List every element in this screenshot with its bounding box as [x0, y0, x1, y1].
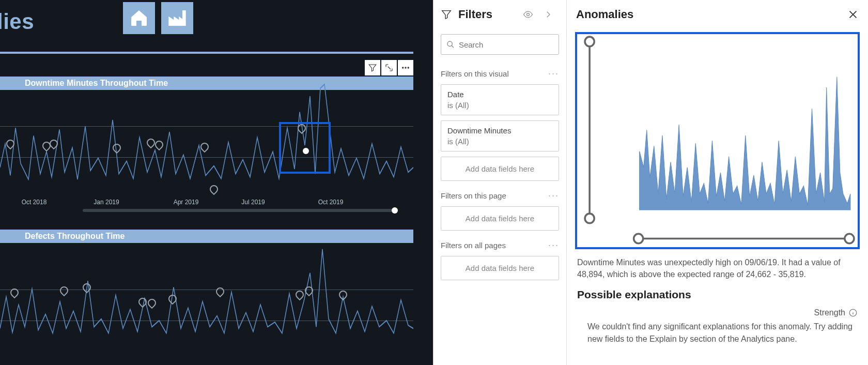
x-tick-label: Jan 2019: [94, 199, 119, 206]
svg-point-2: [408, 67, 409, 68]
anomaly-highlight-box: [279, 122, 331, 174]
svg-point-6: [585, 37, 594, 47]
chart-plot-area: Oct 2018 Jan 2019 Apr 2019 Jul 2019 Oct …: [0, 90, 413, 209]
svg-point-0: [402, 67, 404, 68]
anomalies-header: Anomalies: [567, 0, 868, 29]
x-tick-label: Oct 2019: [318, 199, 344, 206]
factory-button[interactable]: [161, 2, 193, 34]
funnel-icon: [441, 9, 452, 20]
section-more-button[interactable]: ···: [548, 240, 559, 251]
svg-point-10: [845, 234, 854, 244]
home-icon: [129, 8, 149, 28]
section-more-button[interactable]: ···: [548, 190, 559, 201]
x-tick-label: Apr 2019: [174, 199, 199, 206]
home-button[interactable]: [123, 2, 155, 34]
search-input[interactable]: [459, 40, 553, 49]
anomalies-preview-chart[interactable]: [575, 32, 860, 249]
downtime-chart[interactable]: Downtime Minutes Throughout Time Oct 201…: [0, 77, 413, 209]
report-canvas: nomalies Downtime Minutes Throughout Tim…: [0, 0, 433, 365]
section-more-button[interactable]: ···: [548, 68, 559, 79]
section-title: Filters on this page: [441, 191, 548, 200]
filters-all-section: Filters on all pages ··· Add data fields…: [433, 234, 566, 283]
filter-value: is (All): [447, 101, 552, 110]
svg-point-7: [585, 214, 594, 223]
filters-title: Filters: [458, 8, 523, 21]
x-tick-label: Oct 2018: [22, 199, 47, 206]
close-icon[interactable]: [847, 9, 859, 20]
filters-visual-section: Filters on this visual ··· Date is (All)…: [433, 62, 566, 184]
info-icon[interactable]: [848, 308, 858, 317]
chart-scrollbar[interactable]: [83, 209, 398, 212]
strength-label: Strength: [814, 308, 845, 317]
filter-card-date[interactable]: Date is (All): [441, 84, 559, 115]
add-fields-dropzone[interactable]: Add data fields here: [441, 256, 559, 280]
filter-name: Downtime Minutes: [447, 126, 552, 135]
chart-plot-area: [0, 243, 413, 362]
search-icon: [446, 40, 455, 49]
filters-pane: Filters Filters on this visual ··· Date …: [433, 0, 566, 365]
chevron-right-icon[interactable]: [544, 9, 553, 20]
add-fields-dropzone[interactable]: Add data fields here: [441, 206, 559, 231]
filters-page-section: Filters on this page ··· Add data fields…: [433, 184, 566, 234]
anomalies-pane: Anomalies Downtime Minutes was unexpecte…: [566, 0, 868, 365]
line-series: [0, 72, 413, 191]
anomaly-description: Downtime Minutes was unexpectedly high o…: [567, 249, 868, 284]
filter-value: is (All): [447, 137, 552, 146]
scroll-thumb[interactable]: [392, 207, 398, 214]
filter-name: Date: [447, 90, 552, 99]
eye-icon[interactable]: [523, 9, 533, 20]
explanations-body: We couldn't find any significant explana…: [567, 318, 868, 354]
section-title: Filters on this visual: [441, 69, 548, 78]
svg-point-3: [527, 13, 530, 16]
svg-point-4: [447, 41, 452, 46]
section-title: Filters on all pages: [441, 241, 548, 250]
filters-pane-header: Filters: [433, 0, 566, 29]
add-fields-dropzone[interactable]: Add data fields here: [441, 157, 559, 181]
funnel-icon: [368, 63, 377, 72]
strength-label-row: Strength: [567, 305, 868, 318]
anomalies-title: Anomalies: [576, 8, 847, 21]
line-series: [0, 225, 413, 344]
x-tick-label: Jul 2019: [241, 199, 265, 206]
explanations-heading: Possible explanations: [577, 288, 858, 301]
filter-card-downtime[interactable]: Downtime Minutes is (All): [441, 120, 559, 151]
svg-point-1: [405, 67, 406, 68]
factory-icon: [167, 8, 188, 28]
ellipsis-icon: [401, 63, 410, 72]
svg-point-9: [634, 234, 643, 244]
header-divider: [0, 52, 413, 54]
page-title: nomalies: [0, 9, 34, 34]
defects-chart[interactable]: Defects Throughout Time: [0, 230, 413, 362]
filters-search[interactable]: [441, 34, 559, 55]
focus-icon: [384, 63, 394, 72]
